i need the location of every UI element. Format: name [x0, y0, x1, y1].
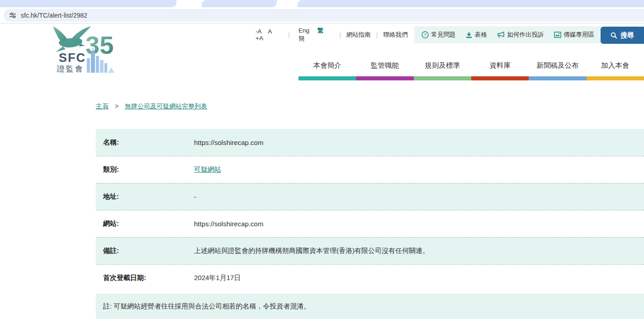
sfc-webpage: SFC 證監會 35 -A A +A | Eng 繁 簡 | 網站指南 | 聯絡…: [0, 24, 644, 332]
row-value: 2024年1月17日: [194, 274, 241, 282]
breadcrumb-alert-list-link[interactable]: 無牌公司及可疑網站完整列表: [125, 103, 207, 110]
row-label: 網站:: [103, 220, 194, 228]
sfc-35-logo[interactable]: SFC 證監會 35: [51, 26, 117, 74]
row-label: 類別:: [103, 165, 194, 174]
font-size-controls: -A A +A: [253, 28, 283, 42]
divider: |: [339, 31, 341, 38]
breadcrumb-separator: >: [115, 103, 118, 110]
nav-regulatory-functions[interactable]: 監管職能: [356, 58, 413, 73]
row-label: 首次登載日期:: [103, 274, 194, 282]
logo-chinese-text: 證監會: [57, 65, 84, 73]
nav-underline: [298, 76, 356, 80]
divider: |: [288, 31, 290, 38]
browser-tab-strip: [0, 0, 644, 7]
nav-join-sfc[interactable]: 加入本會: [587, 58, 644, 73]
font-smaller-button[interactable]: -A: [256, 28, 262, 35]
nav-underline: [529, 76, 586, 80]
alert-detail-table: 名稱: https://solshirecap.com 類別: 可疑網站 地址:…: [96, 129, 644, 319]
table-row-website: 網站: https://solshirecap.com: [96, 210, 644, 237]
main-nav: 本會簡介 監管職能 規則及標準 資料庫 新聞稿及公布 加入本會: [298, 58, 644, 73]
table-row-category: 類別: 可疑網站: [96, 156, 644, 183]
row-value: https://solshirecap.com: [194, 220, 263, 228]
nav-color-bars: [298, 76, 644, 80]
logo-sfc-text: SFC: [59, 51, 86, 65]
url-text[interactable]: sfc.hk/TC/alert-list/2982: [21, 12, 87, 19]
row-label: 名稱:: [103, 138, 194, 147]
nav-rules-standards[interactable]: 規則及標準: [414, 58, 471, 73]
browser-tab[interactable]: [298, 0, 644, 7]
footnote: 註: 可疑網站經營者往往採用與合法公司相若的名稱，令投資者混淆。: [96, 294, 644, 319]
row-label: 地址:: [103, 192, 194, 201]
font-larger-button[interactable]: +A: [256, 35, 263, 42]
complaint-link[interactable]: 如何作出投訴: [497, 31, 544, 39]
breadcrumb-home-link[interactable]: 主頁: [96, 103, 109, 110]
nav-underline: [587, 76, 644, 80]
divider: |: [376, 31, 378, 38]
search-button[interactable]: 搜尋: [601, 27, 644, 44]
logo-35-text: 35: [85, 31, 114, 59]
row-label: 備註:: [103, 247, 194, 255]
lang-traditional-chinese[interactable]: 繁: [317, 27, 324, 34]
site-guide-link[interactable]: 網站指南: [346, 31, 371, 39]
nav-underline: [356, 76, 413, 80]
browser-tab[interactable]: [0, 0, 176, 7]
media-link[interactable]: 傳媒專用區: [554, 31, 595, 39]
nav-database[interactable]: 資料庫: [471, 58, 529, 73]
lang-english[interactable]: Eng: [298, 27, 309, 34]
picture-icon: [554, 32, 561, 38]
megaphone-icon: [497, 32, 505, 38]
question-circle-icon: ?: [421, 31, 429, 38]
row-value: https://solshirecap.com: [194, 139, 263, 146]
table-row-name: 名稱: https://solshirecap.com: [96, 129, 644, 156]
svg-text:?: ?: [424, 32, 426, 37]
browser-toolbar: sfc.hk/TC/alert-list/2982: [0, 7, 644, 23]
browser-tab[interactable]: [202, 0, 277, 7]
row-value: -: [194, 193, 196, 201]
contact-us-link[interactable]: 聯絡我們: [384, 31, 408, 39]
font-normal-button[interactable]: A: [268, 28, 272, 35]
download-icon: [466, 32, 472, 38]
faq-link[interactable]: ? 常見問題: [421, 31, 456, 39]
nav-about-sfc[interactable]: 本會簡介: [298, 58, 356, 73]
breadcrumb: 主頁 > 無牌公司及可疑網站完整列表: [96, 103, 207, 111]
table-row-remarks: 備註: 上述網站與證監會的持牌機構朔商國際資本管理(香港)有限公司沒有任何關連。: [96, 237, 644, 264]
nav-news-announcements[interactable]: 新聞稿及公布: [529, 58, 586, 73]
utility-nav: -A A +A | Eng 繁 簡 | 網站指南 | 聯絡我們 ? 常見問題: [253, 26, 601, 43]
suspicious-website-link[interactable]: 可疑網站: [194, 165, 221, 173]
search-icon: [611, 32, 617, 39]
site-settings-icon[interactable]: [9, 12, 16, 19]
address-bar[interactable]: sfc.hk/TC/alert-list/2982: [4, 9, 644, 22]
table-row-first-posted-date: 首次登載日期: 2024年1月17日: [96, 264, 644, 291]
language-switcher: Eng 繁 簡: [295, 27, 334, 43]
quick-links-group: ? 常見問題 表格 如何作出投訴 傳媒專用區: [414, 26, 602, 43]
table-row-address: 地址: -: [96, 183, 644, 210]
row-value: 上述網站與證監會的持牌機構朔商國際資本管理(香港)有限公司沒有任何關連。: [194, 247, 429, 255]
forms-link[interactable]: 表格: [466, 31, 487, 39]
nav-underline: [414, 76, 471, 80]
nav-underline: [471, 76, 529, 80]
lang-simplified-chinese[interactable]: 簡: [298, 35, 305, 42]
